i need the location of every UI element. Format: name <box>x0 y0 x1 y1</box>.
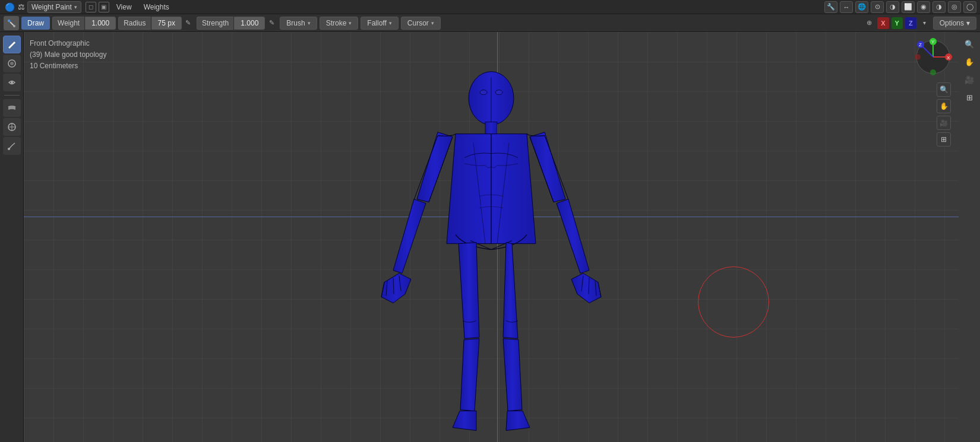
camera-view-btn[interactable]: 🎥 <box>937 116 951 130</box>
strength-value[interactable]: 1.000 <box>234 17 265 30</box>
stroke-dropdown[interactable]: Stroke ▾ <box>320 17 359 30</box>
viewport-info: Front Orthographic (39) Male good topolo… <box>30 38 106 72</box>
svg-rect-14 <box>485 122 497 133</box>
left-toolbar <box>0 32 24 442</box>
strength-param: Strength 1.000 ✎ <box>197 17 277 30</box>
cursor-dropdown-label: Cursor <box>407 19 429 27</box>
svg-point-41 <box>930 69 936 75</box>
axis-x-btn[interactable]: X <box>877 17 889 29</box>
tool-divider <box>4 95 20 96</box>
falloff-dropdown-arrow: ▾ <box>389 20 392 26</box>
strength-label: Strength <box>197 17 233 30</box>
proportional-icon[interactable]: ⊙ <box>871 1 884 13</box>
object-label: (39) Male good topology <box>30 49 106 61</box>
stroke-dropdown-arrow: ▾ <box>349 20 352 26</box>
overlay-icon[interactable]: ◑ <box>886 1 899 13</box>
zoom-to-fit-btn[interactable]: 🔍 <box>937 82 951 97</box>
brush-dropdown[interactable]: Brush ▾ <box>280 17 317 30</box>
top-menu-bar: 🔵 ⚖ Weight Paint ▾ ◻ ▣ View Weights 🔧 ↔ … <box>0 0 980 14</box>
sidebar-pan-btn[interactable]: ✋ <box>961 53 978 70</box>
header-right-section: ⊕ X Y Z ▾ Options ▾ <box>863 17 976 30</box>
brush-dropdown-arrow: ▾ <box>308 20 311 26</box>
tool-smear[interactable] <box>3 99 21 117</box>
tool-average[interactable] <box>3 74 21 91</box>
viewport-shading-1[interactable]: ◉ <box>917 1 930 13</box>
svg-text:X: X <box>947 55 950 61</box>
display-mode-icon-1[interactable]: ◻ <box>86 2 96 12</box>
radius-param: Radius 75 px ✎ <box>118 17 194 30</box>
brush-dropdown-label: Brush <box>286 19 305 27</box>
mode-label: Weight Paint <box>31 3 72 11</box>
falloff-dropdown[interactable]: Falloff ▾ <box>361 17 398 30</box>
weight-value[interactable]: 1.000 <box>85 17 116 30</box>
falloff-dropdown-label: Falloff <box>367 19 386 27</box>
weight-param: Weight 1.000 <box>52 17 116 30</box>
svg-text:Z: Z <box>919 42 922 47</box>
axis-dropdown-arrow[interactable]: ▾ <box>919 17 931 29</box>
sidebar-grid-btn[interactable]: ⊞ <box>961 89 978 106</box>
sidebar-cam-btn[interactable]: 🎥 <box>961 71 978 88</box>
svg-point-40 <box>915 54 921 60</box>
svg-rect-0 <box>8 20 10 22</box>
svg-point-2 <box>13 25 15 27</box>
svg-point-4 <box>10 62 14 65</box>
app-logo: 🔵 <box>4 1 15 13</box>
menu-view[interactable]: View <box>112 2 137 12</box>
transform-icon[interactable]: ↔ <box>840 1 853 13</box>
svg-text:Y: Y <box>931 39 935 44</box>
svg-point-13 <box>495 90 502 94</box>
pan-view-btn[interactable]: ✋ <box>937 99 951 113</box>
tool-gradient[interactable] <box>3 137 21 155</box>
mode-icon: ⚖ <box>18 2 25 11</box>
menu-weights[interactable]: Weights <box>139 2 174 12</box>
top-right-icons: 🔧 ↔ 🌐 ⊙ ◑ ⬜ ◉ ◑ ◎ ◯ <box>824 1 976 13</box>
display-mode-icon-2[interactable]: ▣ <box>99 2 109 12</box>
options-btn[interactable]: Options ▾ <box>933 17 976 30</box>
viewport-nav-icons: 🔍 ✋ 🎥 ⊞ <box>937 82 951 147</box>
mode-selector[interactable]: Weight Paint ▾ <box>27 1 81 13</box>
options-label: Options <box>940 19 964 27</box>
sidebar-zoom-btn[interactable]: 🔍 <box>961 36 978 52</box>
axis-y-btn[interactable]: Y <box>892 17 903 29</box>
axis-z-btn[interactable]: Z <box>905 17 916 29</box>
human-figure <box>361 65 622 442</box>
cursor-dropdown[interactable]: Cursor ▾ <box>401 17 441 30</box>
weight-label: Weight <box>52 17 84 30</box>
radius-label: Radius <box>118 17 150 30</box>
options-arrow: ▾ <box>966 19 970 27</box>
editor-type-btn[interactable]: 🔧 <box>824 1 837 13</box>
right-sidebar: 🔍 ✋ 🎥 ⊞ <box>959 32 980 109</box>
view-label: Front Orthographic <box>30 38 106 49</box>
xray-icon[interactable]: ⬜ <box>902 1 915 13</box>
scale-label: 10 Centimeters <box>30 61 106 72</box>
stroke-dropdown-label: Stroke <box>326 19 347 27</box>
tool-blur[interactable] <box>3 55 21 72</box>
viewport-shading-3[interactable]: ◎ <box>948 1 961 13</box>
viewport[interactable]: Front Orthographic (39) Male good topolo… <box>24 32 959 442</box>
radius-value[interactable]: 75 px <box>151 17 182 30</box>
mode-dropdown-arrow: ▾ <box>74 4 77 10</box>
transform-orientations-icon[interactable]: ⊕ <box>863 17 875 29</box>
draw-tool-btn[interactable]: Draw <box>21 17 50 30</box>
cursor-dropdown-arrow: ▾ <box>431 20 434 26</box>
brush-icon-btn[interactable] <box>4 16 19 30</box>
strength-icon[interactable]: ✎ <box>265 17 277 30</box>
nav-gizmo: X Y Z <box>914 38 953 77</box>
tool-draw[interactable] <box>3 36 21 53</box>
radius-icon[interactable]: ✎ <box>182 17 194 30</box>
svg-point-12 <box>480 90 487 94</box>
svg-point-5 <box>11 81 13 84</box>
grid-toggle-btn[interactable]: ⊞ <box>937 132 951 147</box>
tool-sample-weight[interactable] <box>3 118 21 136</box>
viewport-shading-4[interactable]: ◯ <box>963 1 976 13</box>
viewport-shading-2[interactable]: ◑ <box>932 1 946 13</box>
toolbar-bar: Draw Weight 1.000 Radius 75 px ✎ Strengt… <box>0 14 980 32</box>
svg-point-9 <box>8 148 10 150</box>
snap-icon[interactable]: 🌐 <box>855 1 868 13</box>
